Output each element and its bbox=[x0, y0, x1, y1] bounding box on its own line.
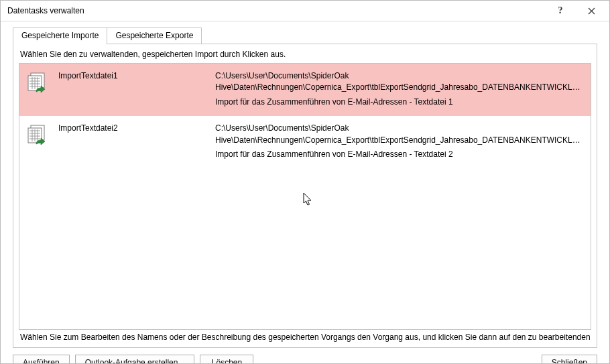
import-description[interactable]: Import für das Zusammenführen von E-Mail… bbox=[215, 149, 583, 160]
button-spacer bbox=[259, 355, 536, 364]
import-list: ImportTextdatei1 C:\Users\User\Documents… bbox=[19, 63, 591, 330]
import-details: C:\Users\User\Documents\SpiderOak Hive\D… bbox=[215, 123, 583, 160]
tab-strip: Gespeicherte Importe Gespeicherte Export… bbox=[13, 27, 597, 44]
close-icon bbox=[588, 7, 595, 15]
run-button[interactable]: Ausführen bbox=[13, 355, 70, 364]
outlook-task-label: Outlook-Aufgabe erstellen... bbox=[85, 358, 185, 364]
tabs: Gespeicherte Importe Gespeicherte Export… bbox=[13, 27, 597, 348]
import-path-line1: C:\Users\User\Documents\SpiderOak bbox=[215, 71, 349, 80]
import-path-line2: Hive\Daten\Rechnungen\Copernica_Export\t… bbox=[215, 82, 583, 92]
import-description[interactable]: Import für das Zusammenführen von E-Mail… bbox=[215, 97, 583, 108]
tab-panel-imports: Wählen Sie den zu verwaltenden, gespeich… bbox=[13, 44, 597, 348]
close-button-label: Schließen bbox=[552, 358, 587, 364]
dialog-body: Gespeicherte Importe Gespeicherte Export… bbox=[1, 21, 609, 348]
import-path-line2: Hive\Daten\Rechnungen\Copernica_Export\t… bbox=[215, 135, 583, 145]
import-path[interactable]: C:\Users\User\Documents\SpiderOak Hive\D… bbox=[215, 123, 583, 146]
window-close-button[interactable] bbox=[576, 1, 607, 21]
titlebar: Datentasks verwalten ? bbox=[1, 1, 609, 21]
delete-button[interactable]: Löschen bbox=[200, 355, 253, 364]
close-button[interactable]: Schließen bbox=[542, 355, 597, 364]
import-name[interactable]: ImportTextdatei2 bbox=[58, 123, 206, 133]
tab-saved-imports[interactable]: Gespeicherte Importe bbox=[13, 27, 107, 44]
run-button-label: Ausführen bbox=[23, 358, 60, 364]
import-name[interactable]: ImportTextdatei1 bbox=[58, 70, 206, 80]
tab-saved-exports[interactable]: Gespeicherte Exporte bbox=[107, 27, 202, 44]
import-item[interactable]: ImportTextdatei1 C:\Users\User\Documents… bbox=[19, 64, 591, 116]
help-button[interactable]: ? bbox=[545, 1, 576, 21]
import-sheet-icon bbox=[27, 72, 49, 95]
button-bar: Ausführen Outlook-Aufgabe erstellen... L… bbox=[1, 348, 609, 364]
import-item[interactable]: ImportTextdatei2 C:\Users\User\Documents… bbox=[19, 116, 591, 168]
instruction-top: Wählen Sie den zu verwaltenden, gespeich… bbox=[20, 50, 590, 59]
outlook-task-button[interactable]: Outlook-Aufgabe erstellen... bbox=[75, 355, 195, 364]
import-sheet-icon bbox=[27, 124, 49, 147]
delete-button-label: Löschen bbox=[212, 358, 242, 364]
import-path[interactable]: C:\Users\User\Documents\SpiderOak Hive\D… bbox=[215, 70, 583, 94]
window-title: Datentasks verwalten bbox=[7, 6, 545, 15]
instruction-bottom: Wählen Sie zum Bearbeiten des Namens ode… bbox=[20, 332, 590, 342]
import-path-line1: C:\Users\User\Documents\SpiderOak bbox=[215, 123, 349, 133]
import-details: C:\Users\User\Documents\SpiderOak Hive\D… bbox=[215, 70, 583, 108]
